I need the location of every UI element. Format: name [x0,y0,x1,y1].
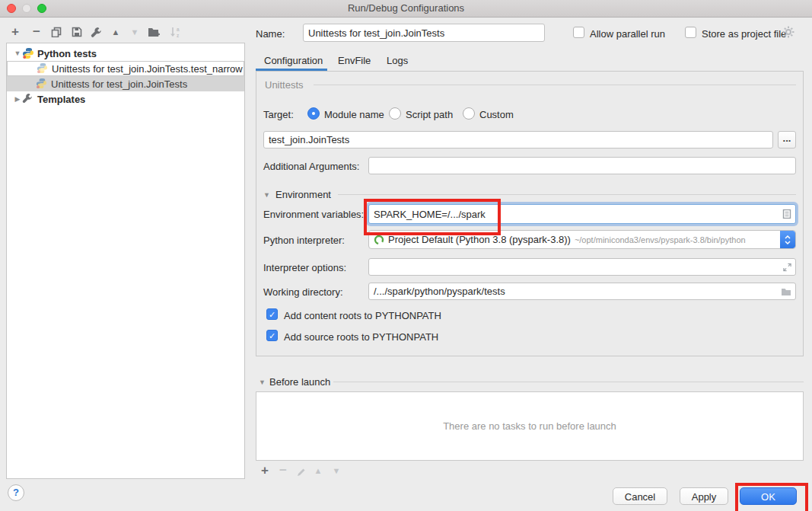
tree-item-label: Python tests [37,48,97,59]
apply-button[interactable]: Apply [680,487,728,505]
cancel-button[interactable]: Cancel [613,487,667,505]
interpreter-options-label: Interpreter options: [263,262,346,273]
environment-variables-label: Environment variables: [263,209,364,220]
target-label: Target: [263,109,294,120]
add-configuration-icon[interactable]: + [8,24,23,40]
move-task-up-icon[interactable]: ▲ [310,463,326,478]
copy-configuration-icon[interactable] [49,24,64,40]
remove-configuration-icon[interactable]: − [29,24,44,40]
group-separator [314,85,796,85]
name-label: Name: [256,28,285,40]
tree-item-python-tests[interactable]: ▼ Python tests [7,46,244,61]
title-bar: Run/Debug Configurations [0,0,812,18]
sort-alphabetically-icon[interactable]: a z [167,24,183,40]
svg-text:z: z [177,33,180,38]
add-task-icon[interactable]: + [257,463,272,478]
add-content-roots-label: Add content roots to PYTHONPATH [284,310,441,321]
env-variables-list-icon[interactable] [782,209,791,219]
python-test-icon [36,78,48,90]
tab-logs[interactable]: Logs [387,55,408,66]
move-down-icon[interactable]: ▼ [127,24,142,40]
tree-item-label: Unittests for test_join.JoinTests [51,78,187,90]
working-directory-input[interactable] [368,283,796,300]
wrench-icon [91,27,102,38]
new-folder-icon[interactable] [146,24,161,40]
tab-envfile[interactable]: EnvFile [338,55,371,66]
tree-item-jointests-test-narrow[interactable]: Unittests for test_join.JoinTests.test_n… [7,61,244,76]
dropdown-stepper-icon[interactable] [780,231,795,248]
target-browse-button[interactable]: ... [778,131,796,149]
configurations-tree: ▼ Python tests Unittests for test_join.J… [6,43,245,479]
edit-task-icon[interactable] [294,465,309,480]
tab-configuration[interactable]: Configuration [264,55,323,66]
python-interpreter-label: Python interpreter: [263,235,345,246]
tree-item-jointests-selected[interactable]: Unittests for test_join.JoinTests [7,76,244,91]
interpreter-path: ~/opt/miniconda3/envs/pyspark-3.8/bin/py… [575,235,746,244]
expand-collapse-icon[interactable]: ▼ [13,50,22,57]
allow-parallel-run-label: Allow parallel run [590,28,665,40]
minimize-window-button[interactable] [22,4,31,13]
tree-item-label: Templates [37,94,85,105]
no-tasks-message: There are no tasks to run before launch [443,420,616,432]
python-test-icon [37,62,49,75]
python-tests-icon [22,47,34,59]
environment-collapse-icon[interactable]: ▼ [263,191,270,199]
expand-field-icon[interactable] [783,263,791,271]
folder-browse-icon[interactable] [781,287,791,296]
add-source-roots-checkbox[interactable]: ✓ [266,330,278,341]
before-launch-task-list: There are no tasks to run before launch [256,391,804,461]
add-source-roots-label: Add source roots to PYTHONPATH [284,331,438,343]
target-module-name-radio[interactable] [307,107,320,120]
add-content-roots-checkbox[interactable]: ✓ [266,308,278,320]
ok-button[interactable]: OK [740,487,797,505]
window-title: Run/Debug Configurations [348,2,464,14]
edit-templates-icon[interactable] [88,24,103,40]
group-separator [338,194,796,195]
tree-item-templates[interactable]: ▶ Templates [7,91,244,107]
templates-wrench-icon [22,93,34,105]
pencil-icon [297,468,306,477]
working-directory-field [368,283,796,300]
additional-arguments-label: Additional Arguments: [263,161,359,172]
name-input[interactable] [303,24,545,42]
target-script-path-label: Script path [406,109,453,120]
target-input[interactable] [263,131,773,149]
copy-icon [51,27,62,37]
environment-header: Environment [275,189,331,200]
save-icon [72,27,82,37]
zoom-window-button[interactable] [37,4,46,13]
remove-task-icon[interactable]: − [275,463,291,478]
before-launch-header: Before launch [269,376,330,388]
group-separator [333,382,804,382]
environment-variables-input[interactable] [368,204,796,224]
allow-parallel-run-checkbox[interactable] [573,27,584,38]
store-options-gear-icon[interactable] [782,26,794,40]
conda-environment-icon [374,235,384,245]
target-module-name-label: Module name [324,109,384,120]
save-configuration-icon[interactable] [69,24,84,40]
sort-az-icon: a z [170,27,181,38]
environment-variables-field [368,204,796,224]
interpreter-value: Project Default (Python 3.8 (pyspark-3.8… [388,234,571,245]
python-interpreter-dropdown[interactable]: Project Default (Python 3.8 (pyspark-3.8… [368,230,796,249]
interpreter-options-input[interactable] [368,258,796,276]
unittests-group-label: Unittests [265,79,304,91]
move-up-icon[interactable]: ▲ [108,24,123,40]
store-as-project-file-checkbox[interactable] [685,27,696,38]
interpreter-options-field [368,258,796,276]
folder-add-icon [148,27,161,37]
move-task-down-icon[interactable]: ▼ [329,463,344,478]
expand-collapse-icon[interactable]: ▶ [13,95,22,103]
run-debug-configurations-dialog: Run/Debug Configurations + − ▲ ▼ [0,0,812,511]
target-custom-radio[interactable] [463,107,475,120]
tree-item-label: Unittests for test_join.JoinTests.test_n… [52,63,243,75]
help-button[interactable]: ? [8,484,24,501]
additional-arguments-input[interactable] [368,157,796,174]
working-directory-label: Working directory: [263,286,343,298]
svg-text:a: a [177,27,180,32]
store-as-project-file-label: Store as project file [702,28,786,40]
close-window-button[interactable] [7,4,16,13]
target-script-path-radio[interactable] [389,107,401,120]
target-custom-label: Custom [479,109,514,120]
before-launch-collapse-icon[interactable]: ▼ [259,378,266,386]
